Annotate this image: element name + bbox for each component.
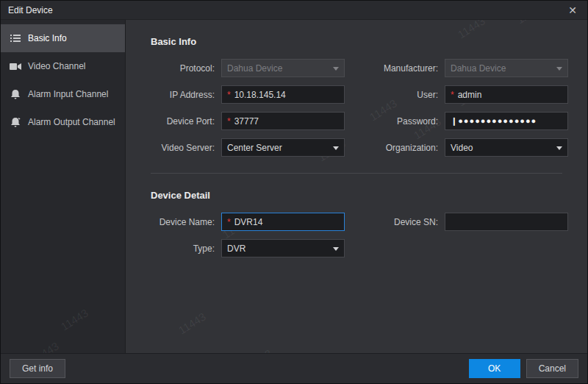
device-sn-label: Device SN: (349, 217, 440, 227)
protocol-select[interactable]: Dahua Device (221, 59, 345, 77)
dialog-title: Edit Device (8, 5, 53, 15)
dialog-titlebar: Edit Device ✕ (1, 1, 587, 20)
required-asterisk: * (451, 90, 454, 100)
type-label: Type: (146, 243, 217, 254)
device-detail-form: Device Name: * DVR14 Device SN: Type: DV… (146, 213, 587, 257)
manufacturer-value: Dahua Device (451, 63, 506, 74)
sidebar-item-video-channel[interactable]: Video Channel (1, 52, 125, 80)
user-value: admin (458, 90, 482, 100)
dialog-body: Basic Info Video Channel (1, 20, 587, 353)
ip-address-input[interactable]: * 10.18.145.14 (221, 85, 345, 104)
basic-info-heading: Basic Info (151, 36, 587, 47)
chevron-down-icon (333, 247, 339, 251)
organization-select[interactable]: Video (445, 138, 568, 157)
ok-button[interactable]: OK (469, 359, 520, 378)
device-sn-input[interactable] (445, 213, 568, 231)
alarm-output-bell-icon (10, 117, 21, 127)
video-server-label: Video Server: (146, 143, 217, 153)
ip-address-value: 10.18.145.14 (234, 90, 286, 100)
device-name-value: DVR14 (234, 217, 263, 227)
organization-label: Organization: (349, 143, 440, 153)
manufacturer-label: Manufacturer: (349, 63, 440, 74)
basic-info-form: Protocol: Dahua Device Manufacturer: Dah… (146, 59, 587, 157)
organization-value: Video (451, 143, 473, 153)
device-name-input[interactable]: * DVR14 (221, 213, 345, 231)
required-asterisk: * (227, 217, 231, 227)
device-port-label: Device Port: (146, 116, 217, 127)
section-divider (151, 173, 562, 174)
device-name-label: Device Name: (146, 217, 217, 227)
video-camera-icon (10, 61, 21, 71)
required-asterisk: * (227, 90, 231, 100)
user-input[interactable]: * admin (445, 85, 568, 104)
chevron-down-icon (556, 146, 562, 150)
content-panel: Basic Info Protocol: Dahua Device Manufa… (126, 20, 587, 353)
sidebar-item-label: Alarm Output Channel (28, 117, 115, 127)
protocol-label: Protocol: (146, 63, 217, 74)
chevron-down-icon (333, 67, 339, 71)
required-asterisk: * (227, 116, 231, 127)
type-value: DVR (227, 243, 245, 254)
video-server-select[interactable]: Center Server (221, 138, 345, 157)
sidebar-item-alarm-output-channel[interactable]: Alarm Output Channel (1, 108, 125, 136)
list-icon (10, 33, 21, 43)
ip-address-label: IP Address: (146, 90, 217, 100)
close-icon[interactable]: ✕ (565, 4, 580, 17)
chevron-down-icon (333, 146, 339, 150)
sidebar-item-label: Alarm Input Channel (28, 89, 108, 99)
device-detail-heading: Device Detail (151, 190, 587, 201)
sidebar-item-basic-info[interactable]: Basic Info (1, 24, 125, 52)
device-port-input[interactable]: * 37777 (221, 112, 345, 130)
protocol-value: Dahua Device (227, 63, 282, 74)
get-info-button[interactable]: Get info (10, 359, 65, 378)
manufacturer-select[interactable]: Dahua Device (445, 59, 568, 77)
user-label: User: (349, 90, 440, 100)
device-port-value: 37777 (234, 116, 259, 127)
alarm-input-bell-icon (10, 89, 21, 99)
edit-device-dialog: 11443 11443 11443 11443 11443 11443 1144… (0, 0, 588, 384)
cancel-button[interactable]: Cancel (526, 359, 578, 378)
type-select[interactable]: DVR (221, 239, 345, 257)
dialog-footer: Get info OK Cancel (1, 353, 587, 383)
sidebar-item-label: Video Channel (28, 61, 86, 71)
password-label: Password: (349, 116, 440, 127)
password-input[interactable]: ❙●●●●●●●●●●●●●● (445, 112, 568, 130)
sidebar-item-label: Basic Info (28, 33, 67, 43)
sidebar: Basic Info Video Channel (1, 20, 126, 353)
chevron-down-icon (556, 67, 562, 71)
sidebar-item-alarm-input-channel[interactable]: Alarm Input Channel (1, 80, 125, 108)
video-server-value: Center Server (227, 143, 282, 153)
password-masked-value: ❙●●●●●●●●●●●●●● (451, 116, 537, 126)
